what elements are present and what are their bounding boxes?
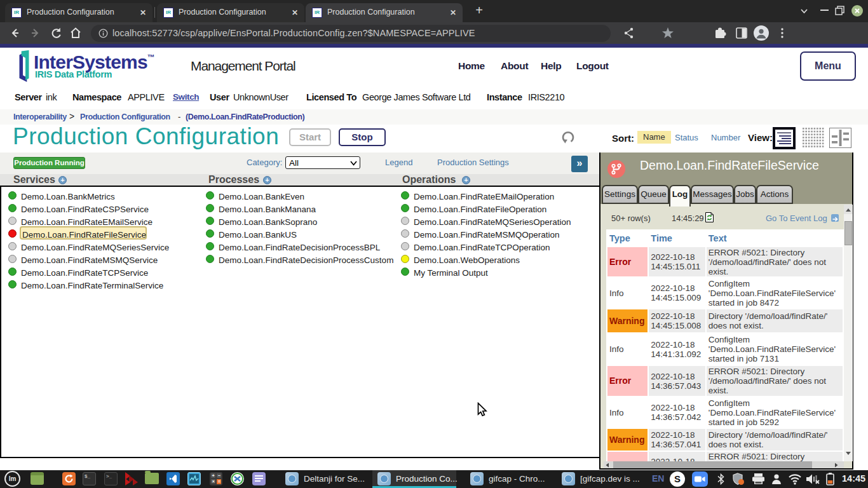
svg-text:+: + bbox=[212, 473, 215, 478]
svg-text:×: × bbox=[212, 479, 215, 484]
svg-text:=: = bbox=[218, 479, 220, 484]
svg-text:−: − bbox=[218, 473, 220, 478]
